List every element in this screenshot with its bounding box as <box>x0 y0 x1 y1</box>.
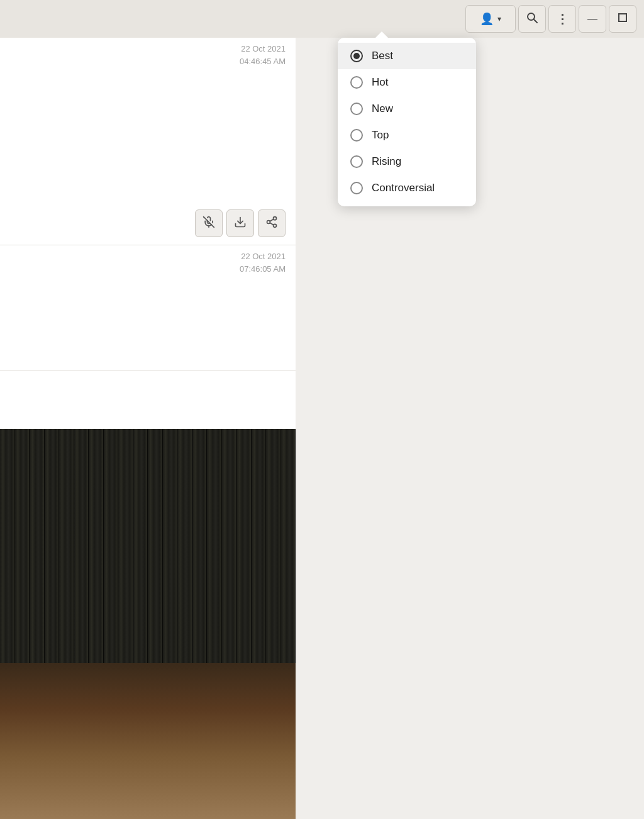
kitchen-vents <box>0 429 296 682</box>
post-timestamp-1: 22 Oct 2021 04:46:45 AM <box>0 38 296 72</box>
sort-dropdown: Best Hot New Top Rising Controversial <box>338 38 476 206</box>
slat-15 <box>207 429 222 682</box>
sort-button[interactable]: 👤 ▾ <box>465 5 516 33</box>
svg-line-9 <box>270 223 274 225</box>
titlebar: 👤 ▾ ⋮ — <box>0 0 644 38</box>
slat-9 <box>118 429 133 682</box>
download-button[interactable] <box>226 209 254 237</box>
search-icon <box>526 11 538 26</box>
more-icon: ⋮ <box>556 11 569 26</box>
sort-new-label: New <box>372 103 393 115</box>
maximize-button[interactable] <box>609 5 636 33</box>
slat-10 <box>133 429 148 682</box>
sort-option-best[interactable]: Best <box>338 43 476 69</box>
sort-top-label: Top <box>372 129 389 142</box>
radio-best <box>350 50 363 62</box>
post-content-area-1 <box>0 72 296 204</box>
slat-7 <box>89 429 104 682</box>
more-options-button[interactable]: ⋮ <box>548 5 576 33</box>
sort-option-rising[interactable]: Rising <box>338 148 476 175</box>
minimize-button[interactable]: — <box>579 5 606 33</box>
share-icon <box>265 216 278 231</box>
svg-line-10 <box>270 219 274 221</box>
slat-17 <box>236 429 252 682</box>
slat-8 <box>104 429 119 682</box>
slat-6 <box>74 429 89 682</box>
slat-12 <box>163 429 178 682</box>
post-date-2: 22 Oct 2021 <box>10 250 286 263</box>
sort-hot-label: Hot <box>372 76 388 89</box>
slat-1 <box>0 429 15 682</box>
chevron-down-icon: ▾ <box>497 14 501 23</box>
person-silhouette <box>0 663 296 819</box>
sort-best-label: Best <box>372 50 393 62</box>
minimize-icon: — <box>587 13 597 25</box>
kitchen-image <box>0 429 296 819</box>
slat-11 <box>148 429 163 682</box>
slat-16 <box>222 429 237 682</box>
mic-off-button[interactable] <box>195 209 223 237</box>
radio-top <box>350 129 363 142</box>
slat-14 <box>192 429 208 682</box>
slat-3 <box>30 429 45 682</box>
sort-option-new[interactable]: New <box>338 96 476 122</box>
radio-hot <box>350 76 363 89</box>
slat-20 <box>281 429 296 682</box>
slat-18 <box>252 429 267 682</box>
slat-13 <box>177 429 192 682</box>
post-card-1: 22 Oct 2021 04:46:45 AM <box>0 38 296 245</box>
sort-option-top[interactable]: Top <box>338 122 476 148</box>
maximize-icon <box>618 13 627 25</box>
slat-19 <box>266 429 281 682</box>
svg-line-1 <box>534 20 537 23</box>
search-button[interactable] <box>518 5 546 33</box>
post-card-2: 22 Oct 2021 07:46:05 AM <box>0 245 296 371</box>
person-icon: 👤 <box>480 12 494 26</box>
post-time-2: 07:46:05 AM <box>10 263 286 276</box>
sort-controversial-label: Controversial <box>372 182 435 194</box>
post-time-1: 04:46:45 AM <box>10 55 286 68</box>
radio-rising <box>350 155 363 168</box>
slat-5 <box>59 429 74 682</box>
post-actions-1 <box>0 204 296 245</box>
post-date-1: 22 Oct 2021 <box>10 43 286 55</box>
radio-new <box>350 103 363 115</box>
slat-4 <box>45 429 60 682</box>
share-button[interactable] <box>258 209 286 237</box>
mic-off-icon <box>203 216 215 231</box>
content-area: 22 Oct 2021 04:46:45 AM <box>0 38 296 819</box>
sort-option-controversial[interactable]: Controversial <box>338 175 476 201</box>
post-card-3-image <box>0 429 296 819</box>
sort-rising-label: Rising <box>372 155 401 168</box>
svg-rect-2 <box>619 14 626 21</box>
sort-option-hot[interactable]: Hot <box>338 69 476 96</box>
post-timestamp-2: 22 Oct 2021 07:46:05 AM <box>0 245 296 280</box>
download-icon <box>234 216 247 231</box>
radio-controversial <box>350 182 363 194</box>
slat-2 <box>15 429 30 682</box>
